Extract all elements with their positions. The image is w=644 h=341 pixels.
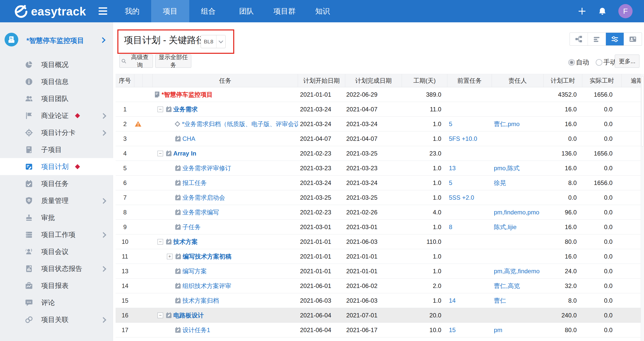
owner-link[interactable]: pm,高览,findemo <box>494 267 540 275</box>
predecessor-link[interactable]: 5SS +2.0 <box>449 194 474 201</box>
predecessor-link[interactable]: 5 <box>449 121 452 128</box>
owner-link[interactable]: pmo,陈式 <box>494 164 520 172</box>
table-row[interactable]: 9子任务2021-03-012021-03-011.08陈式,lijie16.0… <box>116 220 644 234</box>
task-name-link[interactable]: *智慧停车监控项目 <box>162 91 213 99</box>
baseline-select[interactable]: BL8 <box>201 35 226 48</box>
predecessor-link[interactable]: 8 <box>449 224 452 231</box>
table-row[interactable]: 4−Array In2021-02-232021-03-2523.0136.01… <box>116 146 644 161</box>
expand-icon[interactable]: + <box>167 254 172 259</box>
owner-link[interactable]: pm,findemo,pmo <box>494 209 539 216</box>
task-name-link[interactable]: 业务需求启动会 <box>182 194 225 202</box>
table-row[interactable]: 7业务需求启动会2021-03-252021-03-251.05SS +2.00… <box>116 190 644 205</box>
sidebar-item-项目概况[interactable]: 项目概况 <box>0 56 113 73</box>
project-chevron-icon[interactable] <box>101 38 105 43</box>
collapse-icon[interactable]: − <box>158 313 163 318</box>
view-critical-path-button[interactable] <box>606 33 624 45</box>
predecessor-link[interactable]: 14 <box>449 297 456 304</box>
sidebar-item-质量管理[interactable]: 质量管理 <box>0 192 113 209</box>
table-row[interactable]: 13编写方案2021-01-012021-01-011.0pm,高览,finde… <box>116 264 644 279</box>
sidebar-item-项目任务[interactable]: 项目任务 <box>0 175 113 192</box>
auto-radio-label[interactable]: 自动 <box>576 58 589 67</box>
nav-tab-我的[interactable]: 我的 <box>113 0 151 22</box>
table-row[interactable]: 15技术方案归档2021-06-032021-06-031.014曹仁8.00.… <box>116 293 644 308</box>
collapse-icon[interactable]: − <box>158 151 163 156</box>
nav-tab-组合[interactable]: 组合 <box>189 0 227 22</box>
sidebar-item-审批[interactable]: 审批 <box>0 209 113 226</box>
task-name-link[interactable]: 编写技术方案初稿 <box>183 252 231 261</box>
owner-link[interactable]: 徐晃 <box>494 179 506 187</box>
view-gantt-button[interactable] <box>588 33 606 45</box>
task-name-link[interactable]: 技术方案归档 <box>182 297 219 305</box>
owner-link[interactable]: 曹仁,pmo <box>494 120 520 128</box>
nav-tab-团队[interactable]: 团队 <box>227 0 265 22</box>
table-row[interactable]: 14组织技术方案评审2021-06-012021-06-022.0曹仁,高览32… <box>116 279 644 293</box>
table-row[interactable]: 1−业务需求2021-03-242021-04-0711.016.00.0 <box>116 102 644 117</box>
view-resource-button[interactable] <box>624 33 642 45</box>
sidebar-item-项目状态报告[interactable]: 项目状态报告 <box>0 260 113 277</box>
user-avatar[interactable]: F <box>618 4 633 18</box>
show-all-tasks-button[interactable]: 显示全部任务 <box>155 55 191 68</box>
task-name-link[interactable]: 设计任务1 <box>182 326 210 334</box>
nav-tab-项目群[interactable]: 项目群 <box>265 0 304 22</box>
owner-link[interactable]: 曹仁,高览 <box>494 282 520 290</box>
sidebar-item-项目团队[interactable]: 项目团队 <box>0 90 113 107</box>
sidebar-item-项目会议[interactable]: 项目会议 <box>0 243 113 260</box>
brand-logo[interactable]: easytrack <box>13 3 86 20</box>
predecessor-link[interactable]: 13 <box>449 165 456 172</box>
task-name-link[interactable]: 业务需求编写 <box>182 208 219 216</box>
task-name-link[interactable]: 业务需求 <box>173 105 198 113</box>
table-row[interactable]: 3CHA2021-04-072021-04-071.05FS +10.00.00… <box>116 131 644 146</box>
menu-hamburger-icon[interactable] <box>99 7 107 16</box>
task-name-link[interactable]: 电路板设计 <box>173 311 204 319</box>
manual-radio[interactable] <box>596 59 602 66</box>
table-row[interactable]: 16−电路板设计2021-06-042021-07-0120.0240.00.0 <box>116 308 644 323</box>
table-row[interactable]: 8业务需求编写2021-02-232021-02-264.0pm,findemo… <box>116 205 644 220</box>
table-row[interactable]: 17设计任务12021-06-042021-06-1710.015pm80.00… <box>116 323 644 337</box>
owner-link[interactable]: pm <box>494 327 502 334</box>
predecessor-link[interactable]: 5FS +10.0 <box>449 135 477 142</box>
table-row[interactable]: *智慧停车监控项目2021-01-012022-06-29389.04352.0… <box>116 87 644 102</box>
task-name-link[interactable]: 子任务 <box>182 223 201 231</box>
sidebar-item-项目报表[interactable]: 项目报表 <box>0 277 113 294</box>
sidebar-item-项目工作项[interactable]: 项目工作项 <box>0 226 113 243</box>
sidebar-item-项目关联[interactable]: 项目关联 <box>0 311 113 328</box>
table-row[interactable]: 6报工任务2021-03-242021-03-241.05徐晃8.01656.0 <box>116 176 644 190</box>
more-button[interactable]: 更多... <box>615 55 639 68</box>
auto-radio[interactable] <box>568 59 575 66</box>
task-name-link[interactable]: CHA <box>182 135 195 142</box>
sidebar-item-子项目[interactable]: 子项目 <box>0 141 113 158</box>
sidebar-item-项目计划[interactable]: 项目计划 <box>0 158 113 175</box>
task-name-link[interactable]: *业务需求归档（纸质版、电子版、评审会议 <box>182 120 298 128</box>
advanced-query-button[interactable]: 高级查询 <box>119 55 153 68</box>
nav-tab-项目[interactable]: 项目 <box>151 0 189 22</box>
chevron-down-icon[interactable] <box>216 35 225 48</box>
table-row[interactable]: 11+编写技术方案初稿2021-01-012021-01-011.016.00.… <box>116 249 644 264</box>
nav-tab-知识[interactable]: 知识 <box>304 0 342 22</box>
owner-link[interactable]: 曹仁 <box>494 297 506 305</box>
table-row[interactable]: 5业务需求评审修订2021-03-232021-03-231.013pmo,陈式… <box>116 161 644 176</box>
predecessor-link[interactable]: 15 <box>449 327 456 334</box>
table-row[interactable]: 10−技术方案2021-01-012021-06-03110.080.00.0 <box>116 234 644 249</box>
scrollbar-thumb[interactable] <box>641 76 644 147</box>
task-name-link[interactable]: 组织技术方案评审 <box>182 282 231 290</box>
task-name-link[interactable]: 报工任务 <box>182 179 207 187</box>
project-avatar-icon[interactable] <box>5 33 18 46</box>
owner-link[interactable]: 陈式,lijie <box>494 223 516 231</box>
project-name[interactable]: *智慧停车监控项目 <box>26 36 84 45</box>
vertical-scrollbar[interactable] <box>641 74 644 341</box>
task-name-link[interactable]: 业务需求评审修订 <box>182 164 231 172</box>
sidebar-item-项目计分卡[interactable]: 项目计分卡 <box>0 124 113 141</box>
task-name-link[interactable]: 编写方案 <box>182 267 207 275</box>
task-name-link[interactable]: Array In <box>173 150 196 157</box>
notifications-bell-icon[interactable] <box>598 7 607 15</box>
sidebar-item-项目信息[interactable]: 项目信息 <box>0 73 113 90</box>
table-row[interactable]: 2*业务需求归档（纸质版、电子版、评审会议2021-03-242021-03-2… <box>116 117 644 131</box>
task-name-link[interactable]: 技术方案 <box>173 238 198 246</box>
predecessor-link[interactable]: 5 <box>449 179 452 186</box>
collapse-icon[interactable]: − <box>158 239 163 245</box>
view-wbs-button[interactable] <box>570 33 588 45</box>
sidebar-item-评论[interactable]: 评论 <box>0 294 113 311</box>
sidebar-item-商业论证[interactable]: 商业论证 <box>0 107 113 124</box>
add-button[interactable] <box>578 7 586 15</box>
collapse-icon[interactable]: − <box>158 107 163 112</box>
